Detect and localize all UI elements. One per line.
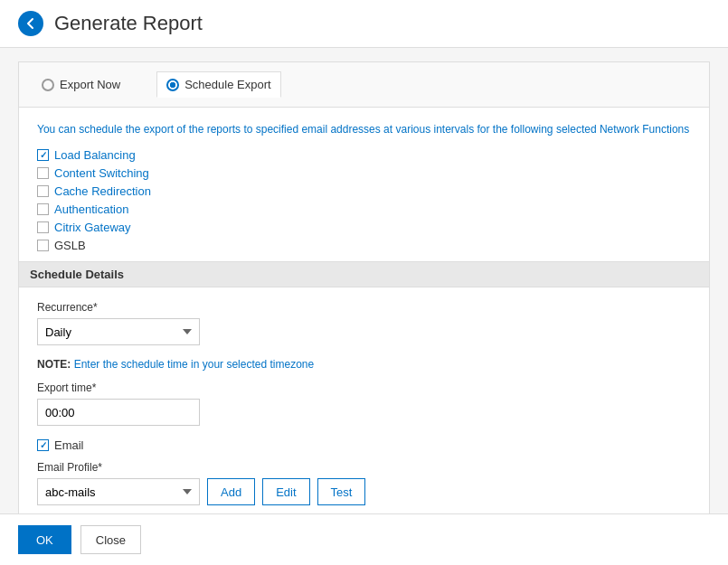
recurrence-label: Recurrence* bbox=[37, 301, 691, 314]
tab-export-now[interactable]: Export Now bbox=[33, 71, 129, 98]
add-button[interactable]: Add bbox=[207, 478, 255, 505]
edit-button[interactable]: Edit bbox=[262, 478, 309, 505]
export-time-label: Export time* bbox=[37, 381, 691, 394]
export-now-radio[interactable] bbox=[42, 79, 54, 91]
export-now-label: Export Now bbox=[60, 78, 120, 91]
authentication-label: Authentication bbox=[54, 202, 128, 216]
list-item[interactable]: Citrix Gateway bbox=[37, 221, 691, 234]
citrix-gateway-label: Citrix Gateway bbox=[54, 221, 131, 234]
export-time-group: Export time* bbox=[37, 381, 691, 426]
tabs-row: Export Now Schedule Export bbox=[19, 62, 709, 108]
back-button[interactable] bbox=[18, 11, 43, 36]
load-balancing-checkbox[interactable] bbox=[37, 149, 49, 161]
schedule-export-radio[interactable] bbox=[166, 79, 179, 91]
cache-redirection-label: Cache Redirection bbox=[54, 184, 151, 198]
gslb-label: GSLB bbox=[54, 239, 86, 252]
email-label: Email bbox=[54, 438, 84, 452]
close-button[interactable]: Close bbox=[80, 525, 141, 554]
page-title: Generate Report bbox=[54, 12, 203, 35]
email-profile-row: abc-mails Add Edit Test bbox=[37, 478, 691, 505]
content-switching-label: Content Switching bbox=[54, 166, 149, 180]
citrix-gateway-checkbox[interactable] bbox=[37, 221, 49, 233]
tab-schedule-export[interactable]: Schedule Export bbox=[156, 71, 280, 98]
load-balancing-label: Load Balancing bbox=[54, 148, 136, 162]
email-profile-label: Email Profile* bbox=[37, 461, 691, 474]
authentication-checkbox[interactable] bbox=[37, 203, 49, 215]
note-label: NOTE: bbox=[37, 358, 71, 371]
schedule-export-label: Schedule Export bbox=[184, 78, 270, 91]
list-item[interactable]: Authentication bbox=[37, 202, 691, 216]
test-button[interactable]: Test bbox=[317, 478, 366, 505]
info-text: You can schedule the export of the repor… bbox=[37, 121, 691, 137]
recurrence-group: Recurrence* Daily Weekly Monthly bbox=[37, 301, 691, 345]
cache-redirection-checkbox[interactable] bbox=[37, 185, 49, 197]
note-text: NOTE: Enter the schedule time in your se… bbox=[37, 358, 691, 371]
schedule-details-header: Schedule Details bbox=[19, 261, 709, 287]
gslb-checkbox[interactable] bbox=[37, 240, 49, 251]
email-checkbox[interactable] bbox=[37, 439, 49, 451]
list-item[interactable]: Content Switching bbox=[37, 166, 691, 180]
list-item[interactable]: Load Balancing bbox=[37, 148, 691, 162]
email-profile-select[interactable]: abc-mails bbox=[37, 478, 200, 505]
note-body: Enter the schedule time in your selected… bbox=[74, 358, 314, 371]
content-switching-checkbox[interactable] bbox=[37, 167, 49, 179]
list-item[interactable]: GSLB bbox=[37, 239, 691, 252]
export-time-input[interactable] bbox=[37, 399, 200, 426]
list-item[interactable]: Cache Redirection bbox=[37, 184, 691, 198]
footer-bar: OK Close bbox=[0, 513, 728, 565]
network-functions-list: Load Balancing Content Switching Cache R… bbox=[37, 148, 691, 252]
recurrence-select[interactable]: Daily Weekly Monthly bbox=[37, 318, 200, 345]
email-profile-group: Email Profile* abc-mails Add Edit Test bbox=[37, 461, 691, 505]
email-checkbox-row[interactable]: Email bbox=[37, 438, 691, 452]
ok-button[interactable]: OK bbox=[18, 525, 71, 554]
